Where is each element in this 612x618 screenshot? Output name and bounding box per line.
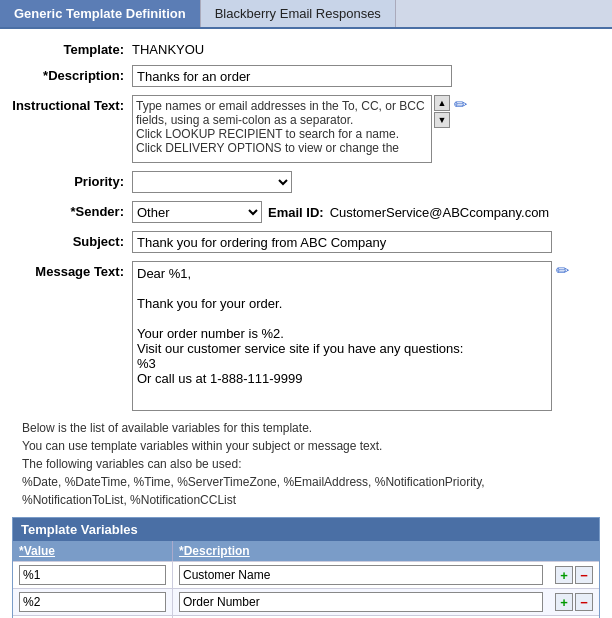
col-header-actions xyxy=(549,541,599,561)
instructional-edit-icon[interactable]: ✏ xyxy=(454,95,467,114)
tv-desc-input-1[interactable] xyxy=(179,565,543,585)
table-row: + − xyxy=(13,588,599,615)
subject-input[interactable] xyxy=(132,231,552,253)
info-line1: Below is the list of available variables… xyxy=(22,419,600,437)
form-content: Template: THANKYOU *Description: Instruc… xyxy=(0,29,612,618)
tv-col-headers: *Value *Description xyxy=(13,541,599,561)
sender-wrapper: Other System User Email ID: CustomerServ… xyxy=(132,201,549,223)
email-id-label: Email ID: xyxy=(268,205,324,220)
instructional-row: Instructional Text: ▲ ▼ ✏ xyxy=(12,95,600,163)
instructional-textarea[interactable] xyxy=(132,95,432,163)
description-row: *Description: xyxy=(12,65,600,87)
add-row-1-btn[interactable]: + xyxy=(555,566,573,584)
instructional-wrapper: ▲ ▼ ✏ xyxy=(132,95,467,163)
info-line4: %Date, %DateTime, %Time, %ServerTimeZone… xyxy=(22,473,600,491)
tv-cell-desc-2 xyxy=(173,589,549,615)
message-edit-icon[interactable]: ✏ xyxy=(556,261,569,280)
table-row: + − xyxy=(13,561,599,588)
message-wrapper: Dear %1, Thank you for your order. Your … xyxy=(132,261,569,411)
description-input[interactable] xyxy=(132,65,452,87)
tv-value-input-1[interactable] xyxy=(19,565,166,585)
priority-row: Priority: Low Normal High xyxy=(12,171,600,193)
tv-cell-value-1 xyxy=(13,562,173,588)
tv-cell-actions-2: + − xyxy=(549,590,599,614)
info-line2: You can use template variables within yo… xyxy=(22,437,600,455)
message-textarea[interactable]: Dear %1, Thank you for your order. Your … xyxy=(132,261,552,411)
sender-label: *Sender: xyxy=(12,201,132,219)
template-label: Template: xyxy=(12,39,132,57)
add-row-2-btn[interactable]: + xyxy=(555,593,573,611)
tab-generic-template[interactable]: Generic Template Definition xyxy=(0,0,201,27)
template-variables-table: Template Variables *Value *Description +… xyxy=(12,517,600,618)
info-line3: The following variables can also be used… xyxy=(22,455,600,473)
tv-value-input-2[interactable] xyxy=(19,592,166,612)
tv-section-title: Template Variables xyxy=(13,518,599,541)
tv-cell-value-2 xyxy=(13,589,173,615)
info-block: Below is the list of available variables… xyxy=(12,419,600,509)
tv-desc-input-2[interactable] xyxy=(179,592,543,612)
tab-bar: Generic Template Definition Blackberry E… xyxy=(0,0,612,29)
col-header-desc: *Description xyxy=(173,541,549,561)
tv-cell-actions-1: + − xyxy=(549,563,599,587)
subject-row: Subject: xyxy=(12,231,600,253)
info-line5: %NotificationToList, %NotificationCCList xyxy=(22,491,600,509)
subject-label: Subject: xyxy=(12,231,132,249)
remove-row-1-btn[interactable]: − xyxy=(575,566,593,584)
sender-row: *Sender: Other System User Email ID: Cus… xyxy=(12,201,600,223)
message-row: Message Text: Dear %1, Thank you for you… xyxy=(12,261,600,411)
tv-cell-desc-1 xyxy=(173,562,549,588)
message-label: Message Text: xyxy=(12,261,132,279)
scroll-buttons: ▲ ▼ xyxy=(434,95,450,129)
col-header-value: *Value xyxy=(13,541,173,561)
remove-row-2-btn[interactable]: − xyxy=(575,593,593,611)
instructional-label: Instructional Text: xyxy=(12,95,132,113)
scroll-down-btn[interactable]: ▼ xyxy=(434,112,450,128)
scroll-up-btn[interactable]: ▲ xyxy=(434,95,450,111)
description-label: *Description: xyxy=(12,65,132,83)
template-row: Template: THANKYOU xyxy=(12,39,600,57)
tab-blackberry-email[interactable]: Blackberry Email Responses xyxy=(201,0,396,27)
priority-select[interactable]: Low Normal High xyxy=(132,171,292,193)
email-id-value: CustomerService@ABCcompany.com xyxy=(330,205,550,220)
template-value: THANKYOU xyxy=(132,39,204,57)
sender-select[interactable]: Other System User xyxy=(132,201,262,223)
priority-label: Priority: xyxy=(12,171,132,189)
